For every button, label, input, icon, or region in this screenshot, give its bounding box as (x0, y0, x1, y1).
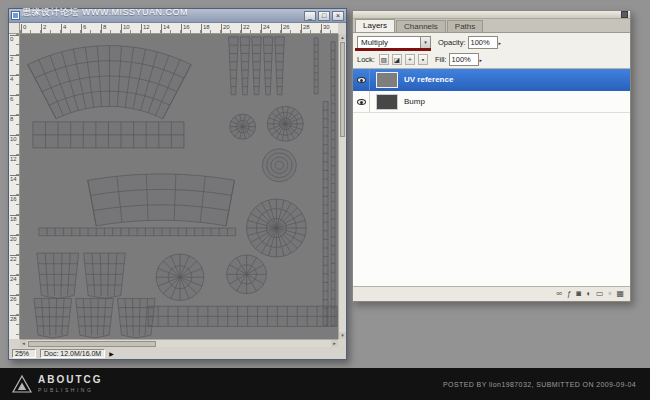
horizontal-scrollbar[interactable]: ◂ ▸ (20, 339, 338, 347)
fill-field[interactable]: 100% (449, 53, 479, 66)
layer-row[interactable]: Bump (353, 91, 630, 113)
ruler-mark: 2 (10, 55, 19, 62)
fill-slider-arrow-icon[interactable]: ▸ (480, 57, 483, 63)
tab-paths[interactable]: Paths (447, 20, 483, 32)
uv-shape (76, 298, 114, 338)
ruler-mark: 8 (10, 115, 19, 122)
ruler-mark: 24 (261, 24, 270, 34)
panel-tab-row: LayersChannelsPaths (353, 19, 630, 33)
status-menu-arrow-icon[interactable]: ▶ (109, 350, 114, 357)
ruler-mark: 30 (321, 24, 330, 34)
blend-mode-value: Multiply (361, 38, 388, 47)
tab-channels[interactable]: Channels (396, 20, 446, 32)
ruler-mark: 14 (10, 175, 19, 182)
ruler-mark: 0 (21, 24, 26, 34)
lock-icons: ▨◪+▪ (379, 54, 428, 65)
aboutcg-logo-icon (12, 374, 32, 394)
restore-button[interactable]: □ (318, 11, 330, 21)
ruler-mark: 22 (10, 255, 19, 262)
vertical-ruler[interactable]: 0246810121416182022242628 (9, 34, 20, 339)
annotation-underline (355, 48, 431, 51)
brand-subtitle: PUBLISHING (38, 387, 103, 393)
scroll-left-icon[interactable]: ◂ (20, 340, 27, 347)
ruler-mark: 10 (10, 135, 19, 142)
scroll-up-icon[interactable]: ▴ (339, 34, 346, 41)
vertical-scroll-thumb[interactable] (340, 42, 345, 137)
ruler-mark: 18 (10, 215, 19, 222)
new-layer-icon[interactable]: ▫ (609, 290, 612, 298)
vertical-scrollbar[interactable]: ▴ ▾ (338, 34, 346, 339)
eye-icon (357, 99, 366, 105)
document-canvas[interactable] (20, 34, 338, 339)
lock-pixels-icon[interactable]: ◪ (392, 54, 402, 65)
layer-style-icon[interactable]: ƒ (567, 290, 571, 298)
lock-fill-row: Lock: ▨◪+▪ Fill: 100% ▸ (357, 53, 626, 66)
ruler-mark: 18 (201, 24, 210, 34)
horizontal-ruler[interactable]: 024681012141618202224262830 (20, 23, 338, 34)
panel-header[interactable] (353, 11, 630, 19)
panel-controls: Multiply ▾ Opacity: 100% ▸ Lock: ▨◪+▪ Fi… (353, 33, 630, 69)
ruler-mark: 20 (10, 235, 19, 242)
document-window: _□× 024681012141618202224262830 02468101… (8, 8, 347, 360)
ruler-mark: 16 (10, 195, 19, 202)
scroll-right-icon[interactable]: ▸ (331, 340, 338, 347)
layer-thumbnail[interactable] (376, 94, 398, 110)
layer-row[interactable]: UV reference (353, 69, 630, 91)
delete-layer-icon[interactable]: ▦ (616, 290, 624, 298)
uv-shape (252, 37, 262, 95)
link-layers-icon[interactable]: ∞ (556, 290, 562, 298)
ruler-mark: 2 (41, 24, 46, 34)
brand-block: ABOUTCG PUBLISHING (38, 375, 103, 393)
ruler-mark: 26 (10, 295, 19, 302)
ruler-mark: 6 (81, 24, 86, 34)
ruler-mark: 4 (10, 75, 19, 82)
layer-name: Bump (404, 97, 425, 106)
uv-shape (263, 37, 273, 95)
adjustment-layer-icon[interactable]: ◐ (586, 290, 591, 298)
opacity-slider-arrow-icon[interactable]: ▸ (499, 40, 502, 46)
ruler-corner (9, 23, 20, 34)
ruler-mark: 24 (10, 275, 19, 282)
uv-shape (262, 149, 296, 182)
zoom-level-field[interactable]: 25% (12, 349, 36, 358)
uv-shape (275, 37, 285, 95)
ruler-ticks (20, 30, 338, 33)
lock-transparency-icon[interactable]: ▨ (379, 54, 389, 65)
lock-label: Lock: (357, 55, 375, 64)
watermark-text: 思缘设计论坛 WWW.MISSYUAN.COM (22, 6, 188, 19)
opacity-label: Opacity: (438, 38, 466, 47)
panel-menu-button[interactable] (621, 11, 628, 18)
scrollbar-corner (338, 339, 346, 347)
layer-mask-icon[interactable]: ◙ (576, 290, 581, 298)
chevron-down-icon[interactable]: ▾ (420, 37, 430, 48)
window-buttons: _□× (304, 11, 344, 21)
layer-group-icon[interactable]: ▭ (596, 290, 604, 298)
ruler-mark: 12 (10, 155, 19, 162)
uv-shape (37, 253, 79, 298)
ruler-mark: 8 (101, 24, 106, 34)
ruler-mark: 16 (181, 24, 190, 34)
ruler-mark: 4 (61, 24, 66, 34)
tab-layers[interactable]: Layers (355, 19, 395, 32)
uv-shape (229, 37, 239, 95)
ruler-mark: 14 (161, 24, 170, 34)
opacity-field[interactable]: 100% (468, 36, 498, 49)
layer-thumbnail[interactable] (376, 72, 398, 88)
site-footer: ABOUTCG PUBLISHING POSTED BY lion1987032… (0, 368, 650, 400)
visibility-toggle[interactable] (353, 69, 370, 90)
post-credit: POSTED BY lion1987032, SUBMITTED ON 2009… (443, 381, 636, 388)
lock-position-icon[interactable]: + (405, 54, 415, 65)
ruler-mark: 22 (241, 24, 250, 34)
ruler-mark: 6 (10, 95, 19, 102)
doc-size-info[interactable]: Doc: 12.0M/16.0M (40, 349, 105, 358)
eye-icon (357, 77, 366, 83)
lock-all-icon[interactable]: ▪ (418, 54, 428, 65)
close-button[interactable]: × (332, 11, 344, 21)
status-bar: 25% Doc: 12.0M/16.0M ▶ (9, 347, 346, 359)
visibility-toggle[interactable] (353, 91, 370, 112)
layer-name: UV reference (404, 75, 453, 84)
minimize-button[interactable]: _ (304, 11, 316, 21)
ruler-mark: 26 (281, 24, 290, 34)
uv-shape (84, 253, 126, 298)
scroll-down-icon[interactable]: ▾ (339, 332, 346, 339)
